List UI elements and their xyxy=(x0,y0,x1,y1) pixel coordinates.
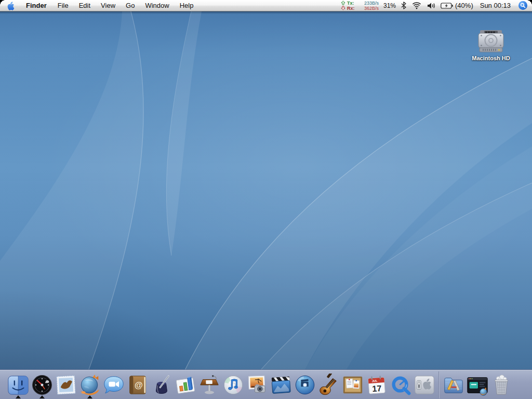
dock-item-keynote[interactable] xyxy=(197,372,221,398)
itunes-cd-icon xyxy=(222,374,245,396)
dock-item-finder[interactable] xyxy=(6,372,30,398)
imovie-clapboard-icon xyxy=(270,374,292,396)
menu-item-go-label: Go xyxy=(126,2,135,9)
idvd-disc-icon xyxy=(294,374,316,396)
menu-item-file-label: File xyxy=(58,2,69,9)
dock-item-iphoto[interactable] xyxy=(245,372,269,398)
keynote-podium-icon xyxy=(198,374,221,396)
dock-item-imovie[interactable] xyxy=(269,372,293,398)
garageband-guitar-icon xyxy=(317,374,340,396)
minimized-camino-window-icon xyxy=(466,374,489,396)
iphoto-icon xyxy=(246,374,269,396)
apple-logo-icon xyxy=(7,1,15,10)
spotlight-menu-extra[interactable] xyxy=(517,1,528,11)
finder-icon xyxy=(7,374,30,396)
bluetooth-menu-extra[interactable] xyxy=(401,0,407,11)
menu-bar-left: Finder File Edit View Go Window Help xyxy=(0,0,198,11)
menu-item-file[interactable]: File xyxy=(52,0,74,11)
trash-full-icon xyxy=(490,374,513,396)
dock-item-camino-browser[interactable] xyxy=(78,372,102,398)
dock-item-itunes[interactable] xyxy=(221,372,245,398)
dock-item-ical[interactable]: JUL 17 xyxy=(365,372,389,398)
dock-item-minimized-window[interactable] xyxy=(466,372,489,398)
menu-item-window-label: Window xyxy=(145,2,169,9)
ical-day-label: 17 xyxy=(372,383,382,393)
menu-bar: Finder File Edit View Go Window Help Tx:… xyxy=(0,0,532,11)
menu-item-finder[interactable]: Finder xyxy=(20,0,52,11)
speaker-icon xyxy=(427,2,435,9)
camino-globe-fox-icon xyxy=(78,374,101,396)
dock-item-mail[interactable] xyxy=(54,372,78,398)
menu-item-window[interactable]: Window xyxy=(140,0,174,11)
desktop-icon-macintosh-hd[interactable]: Macintosh HD xyxy=(472,29,510,61)
dock-item-garageband[interactable] xyxy=(317,372,341,398)
dock-item-applications-folder[interactable] xyxy=(442,372,466,398)
battery-menu-extra[interactable]: (40%) xyxy=(441,2,473,9)
wallpaper-swoosh-art xyxy=(0,11,532,399)
tx-value: 233B/s xyxy=(359,1,379,6)
wifi-menu-extra[interactable] xyxy=(411,0,422,11)
ichat-bubble-icon xyxy=(102,374,125,396)
dock-item-quicktime[interactable] xyxy=(389,372,413,398)
quicktime-q-icon xyxy=(389,374,412,396)
menu-item-go[interactable]: Go xyxy=(121,0,140,11)
menu-item-edit[interactable]: Edit xyxy=(74,0,96,11)
at-symbol: @ xyxy=(135,380,143,389)
dock-item-numbers-chart[interactable] xyxy=(174,372,197,398)
running-indicator xyxy=(87,395,92,398)
dock-item-iweb[interactable] xyxy=(341,372,365,398)
dock-item-trash[interactable] xyxy=(489,372,513,398)
rx-down-arrow-icon xyxy=(341,6,345,10)
running-indicator xyxy=(39,395,45,398)
desktop-icon-label: Macintosh HD xyxy=(472,55,510,61)
iweb-corkboard-icon xyxy=(341,374,364,396)
applications-folder-icon xyxy=(442,374,465,396)
desktop-wallpaper: Macintosh HD xyxy=(0,11,532,399)
menu-item-finder-label: Finder xyxy=(26,2,47,9)
dock-item-idvd[interactable] xyxy=(293,372,317,398)
address-book-icon: @ xyxy=(126,374,149,396)
hard-drive-icon xyxy=(477,29,505,54)
system-preferences-icon xyxy=(413,374,436,396)
menu-item-help[interactable]: Help xyxy=(175,0,199,11)
mac-desktop-screen: Finder File Edit View Go Window Help Tx:… xyxy=(0,0,532,399)
menu-item-help-label: Help xyxy=(180,2,194,9)
numbers-chart-icon xyxy=(174,374,197,396)
battery-charging-icon xyxy=(441,3,453,9)
screen-corner-top-right xyxy=(528,0,532,4)
menu-item-edit-label: Edit xyxy=(79,2,90,9)
battery-percent-label: (40%) xyxy=(455,2,473,9)
dock-item-dashboard[interactable] xyxy=(30,372,54,398)
volume-menu-extra[interactable] xyxy=(427,0,436,11)
dock-item-address-book[interactable]: @ xyxy=(126,372,150,398)
screen-corner-top-left xyxy=(0,0,4,4)
dock-item-pages[interactable] xyxy=(150,372,174,398)
pages-inkwell-icon xyxy=(150,374,173,396)
mail-stamp-icon xyxy=(55,374,77,396)
dock-separator xyxy=(438,371,440,398)
rx-value: 362B/s xyxy=(359,6,379,11)
dock-item-ichat[interactable] xyxy=(102,372,126,398)
rx-label: Rx: xyxy=(347,6,357,11)
network-throughput-monitor[interactable]: Tx: 233B/s Rx: 362B/s xyxy=(341,1,379,11)
tx-label: Tx: xyxy=(347,1,357,6)
cpu-percent-monitor[interactable]: 31% xyxy=(383,2,396,9)
spotlight-icon xyxy=(518,1,527,10)
dashboard-icon xyxy=(31,374,54,396)
running-indicator xyxy=(16,395,21,398)
tx-up-arrow-icon xyxy=(341,1,345,5)
menu-item-view[interactable]: View xyxy=(96,0,121,11)
ical-month-label: JUL xyxy=(372,379,378,382)
menu-bar-status-area: Tx: 233B/s Rx: 362B/s 31% xyxy=(341,0,532,11)
clock-label: Sun 00:13 xyxy=(480,2,511,9)
dock: @ xyxy=(0,370,532,399)
bluetooth-icon xyxy=(401,2,406,9)
menu-item-view-label: View xyxy=(101,2,115,9)
cpu-percent-label: 31% xyxy=(383,2,396,9)
dock-item-system-preferences[interactable] xyxy=(413,372,436,398)
ical-calendar-icon: JUL 17 xyxy=(365,374,388,396)
menu-bar-clock[interactable]: Sun 00:13 xyxy=(478,2,513,9)
wifi-icon xyxy=(412,2,421,9)
